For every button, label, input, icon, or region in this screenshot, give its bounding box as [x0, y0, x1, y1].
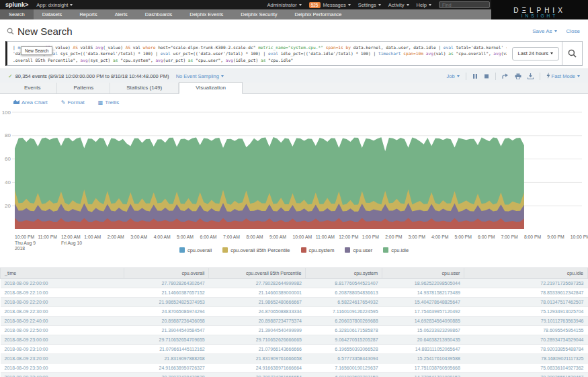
value-cell[interactable]: 21.98652480666667 — [209, 298, 306, 307]
value-cell[interactable]: 24.916638971666664 — [209, 364, 306, 373]
value-cell[interactable]: 79.10112763563946 — [464, 317, 588, 326]
trellis-button[interactable]: ▦Trellis — [98, 99, 120, 106]
nav-item-alerts[interactable]: Alerts — [106, 9, 136, 19]
column-header[interactable]: _time — [1, 268, 124, 279]
value-cell[interactable]: 24.916638950726327 — [124, 364, 209, 373]
search-mode-selector[interactable]: Fast Mode — [546, 73, 580, 79]
value-cell[interactable]: 78.92033855488784 — [464, 345, 588, 354]
tab-visualization[interactable]: Visualization — [179, 82, 243, 94]
nav-item-search[interactable]: Search — [0, 9, 34, 19]
value-cell[interactable]: 70.28934734529044 — [464, 335, 588, 345]
value-cell[interactable]: 21.986524825374953 — [124, 298, 209, 307]
time-cell[interactable]: 2018-08-09 23:10:00 — [1, 345, 124, 354]
tab-statistics[interactable]: Statistics (149) — [110, 83, 179, 93]
value-cell[interactable]: 20.790734361666654 — [209, 373, 306, 377]
value-cell[interactable]: 21.39044540499999 — [209, 326, 306, 335]
nav-item-reports[interactable]: Reports — [71, 9, 106, 19]
chart-type-picker[interactable]: Area Chart — [13, 99, 48, 106]
value-cell[interactable]: 78.01347517462507 — [464, 298, 588, 307]
messages-menu[interactable]: Messages — [323, 2, 351, 8]
value-cell[interactable]: 18.962522098505044 — [382, 279, 464, 288]
legend-item[interactable]: cpu.user — [345, 247, 372, 253]
value-cell[interactable]: 15.25417610439588 — [382, 354, 464, 364]
value-cell[interactable]: 21.07966143666666 — [209, 345, 306, 354]
search-query-input[interactable]: | mstats perc85(_value) AS val85 avg(_va… — [7, 42, 582, 66]
value-cell[interactable]: 79.20926561529467 — [464, 373, 588, 377]
value-cell[interactable]: 21.14660389000001 — [209, 288, 306, 298]
time-range-picker[interactable]: Last 24 hours — [512, 47, 559, 60]
find-input[interactable] — [439, 1, 490, 8]
value-cell[interactable]: 9.064270515205287 — [306, 335, 382, 345]
tab-events[interactable]: Events — [8, 83, 57, 93]
nav-item-dashboards[interactable]: Dashboards — [136, 9, 181, 19]
column-header[interactable]: cpu.user — [382, 268, 464, 279]
value-cell[interactable]: 78.16809021117325 — [464, 354, 588, 364]
value-cell[interactable]: 6.208788054836613 — [306, 288, 382, 298]
area-chart-canvas[interactable]: 20406080100 — [0, 108, 588, 233]
value-cell[interactable]: 21.14660387657152 — [124, 288, 209, 298]
column-header[interactable]: cpu.system — [306, 268, 382, 279]
event-sampling-menu[interactable]: No Event Sampling — [176, 73, 224, 79]
value-cell[interactable]: 21.39044540584547 — [124, 326, 209, 335]
value-cell[interactable]: 75.12934913025704 — [464, 307, 588, 317]
value-cell[interactable]: 27.780282644999982 — [209, 279, 306, 288]
value-cell[interactable]: 6.58224617654932 — [306, 298, 382, 307]
pause-job-icon[interactable] — [472, 73, 478, 79]
value-cell[interactable]: 15.404278648825647 — [382, 298, 464, 307]
value-cell[interactable]: 27.78028264302647 — [124, 279, 209, 288]
value-cell[interactable]: 75.08336104927362 — [464, 364, 588, 373]
time-cell[interactable]: 2018-08-09 22:50:00 — [1, 326, 124, 335]
legend-item[interactable]: cpu.system — [301, 247, 335, 253]
value-cell[interactable]: 20.64638213950435 — [382, 335, 464, 345]
value-cell[interactable]: 6.206037800269688 — [306, 317, 382, 326]
value-cell[interactable]: 20.89887234775374 — [209, 317, 306, 326]
nav-item-datasets[interactable]: Datasets — [34, 9, 71, 19]
legend-item[interactable]: cpu.idle — [383, 247, 409, 253]
column-header[interactable]: cpu.overall — [124, 268, 209, 279]
column-header[interactable]: cpu.overall 85th Percentile — [209, 268, 306, 279]
value-cell[interactable]: 21.8319097888268 — [124, 354, 209, 364]
time-cell[interactable]: 2018-08-09 23:00:00 — [1, 335, 124, 345]
value-cell[interactable]: 6.011092682797159 — [306, 373, 382, 377]
format-button[interactable]: ✎Format — [61, 99, 85, 106]
time-cell[interactable]: 2018-08-09 22:10:00 — [1, 288, 124, 298]
value-cell[interactable]: 6.196550393066528 — [306, 345, 382, 354]
user-menu[interactable]: Administrator — [267, 2, 301, 8]
value-cell[interactable]: 21.079661445112162 — [124, 345, 209, 354]
activity-menu[interactable]: Activity — [388, 2, 409, 8]
value-cell[interactable]: 6.57773358443094 — [306, 354, 382, 364]
value-cell[interactable]: 6.328106171585878 — [306, 326, 382, 335]
save-as-button[interactable]: Save As — [532, 28, 556, 34]
value-cell[interactable]: 20.89887236436058 — [124, 317, 209, 326]
time-cell[interactable]: 2018-08-09 22:00:00 — [1, 279, 124, 288]
value-cell[interactable]: 17.751038760595668 — [382, 364, 464, 373]
value-cell[interactable]: 78.6095545954155 — [464, 326, 588, 335]
time-cell[interactable]: 2018-08-09 23:40:00 — [1, 373, 124, 377]
close-button[interactable]: Close — [566, 28, 580, 34]
legend-item[interactable]: cpu.overall 85th Percentile — [222, 247, 290, 253]
share-icon[interactable] — [502, 73, 509, 79]
nav-item-delphix-performance[interactable]: Delphix Performance — [286, 9, 351, 19]
value-cell[interactable]: 29.710652626666665 — [209, 335, 306, 345]
value-cell[interactable]: 14.779641701908153 — [382, 373, 464, 377]
app-menu[interactable]: App: dxinsight — [36, 2, 73, 8]
value-cell[interactable]: 24.87065088833334 — [209, 307, 306, 317]
value-cell[interactable]: 72.21971735697353 — [464, 279, 588, 288]
time-cell[interactable]: 2018-08-09 22:30:00 — [1, 307, 124, 317]
job-menu[interactable]: Job — [446, 73, 459, 79]
value-cell[interactable]: 29.710652654709655 — [124, 335, 209, 345]
legend-item[interactable]: cpu.overall — [179, 247, 212, 253]
time-cell[interactable]: 2018-08-09 23:20:00 — [1, 354, 124, 364]
print-icon[interactable] — [515, 73, 521, 79]
nav-item-delphix-security[interactable]: Delphix Security — [232, 9, 286, 19]
value-cell[interactable]: 21.831909761666658 — [209, 354, 306, 364]
value-cell[interactable]: 14.93781582173489 — [382, 288, 464, 298]
value-cell[interactable]: 17.754639957120492 — [382, 307, 464, 317]
value-cell[interactable]: 15.06233923299867 — [382, 326, 464, 335]
run-search-button[interactable] — [562, 42, 582, 65]
value-cell[interactable]: 7.1160109126224595 — [306, 307, 382, 317]
help-menu[interactable]: Help — [417, 2, 431, 8]
value-cell[interactable]: 78.85339612342847 — [464, 288, 588, 298]
tab-patterns[interactable]: Patterns — [57, 83, 110, 93]
settings-menu[interactable]: Settings — [358, 2, 381, 8]
